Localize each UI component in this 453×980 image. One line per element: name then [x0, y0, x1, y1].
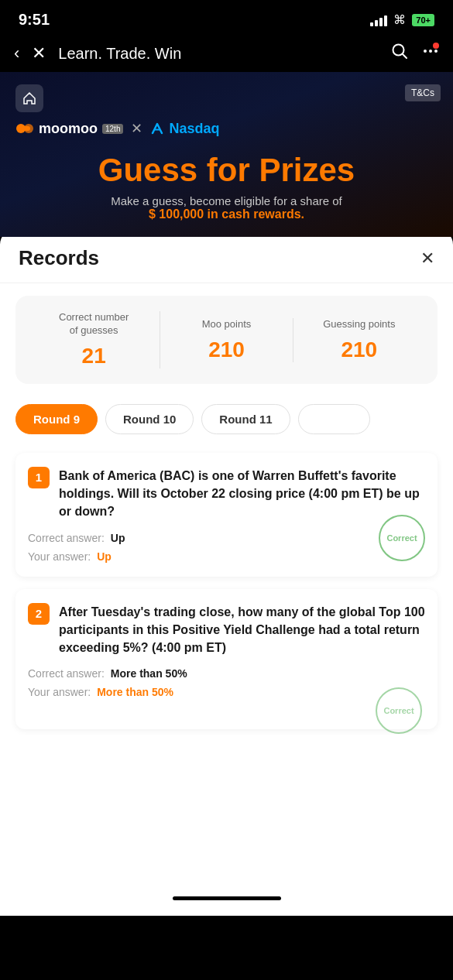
- correct-answer-label-1: Correct answer:: [28, 532, 105, 544]
- question-1-your-answer-row: Your answer: Up: [28, 550, 425, 563]
- question-1-header: 1 Bank of America (BAC) is one of Warren…: [28, 467, 425, 521]
- moomoo-logo: moomoo 12th: [15, 121, 123, 137]
- question-2-header: 2 After Tuesday's trading close, how man…: [28, 603, 425, 657]
- question-2-text: After Tuesday's trading close, how many …: [59, 603, 425, 657]
- correct-answer-value-2: More than 50%: [111, 667, 187, 680]
- wifi-icon: ⌘: [393, 12, 406, 27]
- svg-rect-7: [19, 126, 30, 131]
- moo-points-value: 210: [160, 338, 292, 362]
- banner: moomoo 12th ✕ Nasdaq T&Cs Guess for Priz…: [0, 72, 453, 237]
- round-tab-10[interactable]: Round 10: [105, 404, 194, 434]
- battery-icon: 70+: [412, 14, 434, 26]
- moomoo-text: moomoo: [39, 121, 98, 137]
- back-button[interactable]: ‹: [14, 43, 19, 63]
- correct-stamp-2-container: Correct: [376, 687, 425, 737]
- status-bar: 9:51 ⌘ 70+: [0, 0, 453, 35]
- records-title: Records: [19, 246, 99, 270]
- question-1-number: 1: [28, 467, 50, 488]
- question-2-correct-answer-row: Correct answer: More than 50%: [28, 667, 425, 680]
- nav-title: Learn. Trade. Win: [58, 45, 379, 63]
- records-panel: Records ✕ Correct numberof guesses 21 Mo…: [0, 229, 453, 887]
- guessing-points-value: 210: [293, 338, 425, 362]
- question-card-1: 1 Bank of America (BAC) is one of Warren…: [15, 453, 438, 577]
- nav-bar: ‹ ✕ Learn. Trade. Win: [0, 35, 453, 72]
- bottom-bar: [0, 887, 453, 916]
- banner-logos: moomoo 12th ✕ Nasdaq: [15, 120, 438, 137]
- banner-headline: Guess for Prizes: [23, 152, 430, 188]
- records-header: Records ✕: [0, 229, 453, 283]
- your-answer-value-2: More than 50%: [97, 686, 173, 698]
- banner-subtext: Make a guess, become eligible for a shar…: [23, 194, 430, 207]
- svg-point-3: [429, 50, 432, 53]
- guessing-points-label: Guessing points: [293, 318, 425, 331]
- guessing-points-stat: Guessing points 210: [293, 318, 425, 362]
- status-icons: ⌘ 70+: [370, 12, 434, 27]
- correct-guesses-label: Correct numberof guesses: [28, 311, 160, 338]
- home-icon[interactable]: [15, 84, 43, 112]
- svg-point-2: [424, 50, 427, 53]
- question-card-2: 2 After Tuesday's trading close, how man…: [15, 589, 438, 730]
- signal-bars-icon: [370, 14, 387, 26]
- svg-point-4: [434, 50, 438, 53]
- correct-guesses-stat: Correct numberof guesses 21: [28, 311, 160, 368]
- banner-amount: $ 100,000 in cash rewards.: [23, 207, 430, 221]
- nav-right-icons: [391, 43, 439, 64]
- moo-points-label: Moo points: [160, 318, 292, 331]
- moo-points-stat: Moo points 210: [160, 318, 293, 362]
- nasdaq-logo: Nasdaq: [150, 121, 219, 137]
- round-tabs: Round 9 Round 10 Round 11 Round: [0, 396, 453, 447]
- correct-guesses-value: 21: [28, 344, 160, 368]
- correct-stamp-2: Correct: [376, 687, 422, 734]
- correct-answer-label-2: Correct answer:: [28, 667, 105, 680]
- status-time: 9:51: [19, 11, 50, 29]
- correct-stamp-1: Correct: [379, 515, 425, 561]
- records-close-button[interactable]: ✕: [420, 248, 434, 269]
- stats-card: Correct numberof guesses 21 Moo points 2…: [15, 296, 438, 384]
- question-2-your-answer-row: Your answer: More than 50%: [28, 686, 425, 698]
- svg-line-1: [403, 54, 407, 59]
- banner-x: ✕: [131, 120, 142, 137]
- notification-dot: [433, 43, 439, 49]
- round-tab-partial[interactable]: Round: [298, 404, 370, 434]
- your-answer-label-2: Your answer:: [28, 686, 91, 698]
- search-icon[interactable]: [391, 43, 408, 64]
- round-tab-11[interactable]: Round 11: [201, 404, 290, 434]
- question-1-text: Bank of America (BAC) is one of Warren B…: [59, 467, 425, 521]
- more-options-icon[interactable]: [422, 43, 439, 64]
- round-tab-9[interactable]: Round 9: [15, 404, 98, 434]
- close-button[interactable]: ✕: [32, 43, 46, 63]
- your-answer-label-1: Your answer:: [28, 550, 91, 563]
- home-indicator: [173, 896, 281, 900]
- your-answer-value-1: Up: [97, 550, 112, 563]
- banner-headline-container: Guess for Prizes Make a guess, become el…: [15, 145, 438, 221]
- tc-button[interactable]: T&Cs: [405, 84, 441, 101]
- correct-answer-value-1: Up: [111, 532, 125, 544]
- questions-list: 1 Bank of America (BAC) is one of Warren…: [0, 447, 453, 748]
- question-2-number: 2: [28, 603, 50, 625]
- question-1-correct-answer-row: Correct answer: Up: [28, 532, 425, 544]
- moomoo-badge: 12th: [102, 124, 123, 134]
